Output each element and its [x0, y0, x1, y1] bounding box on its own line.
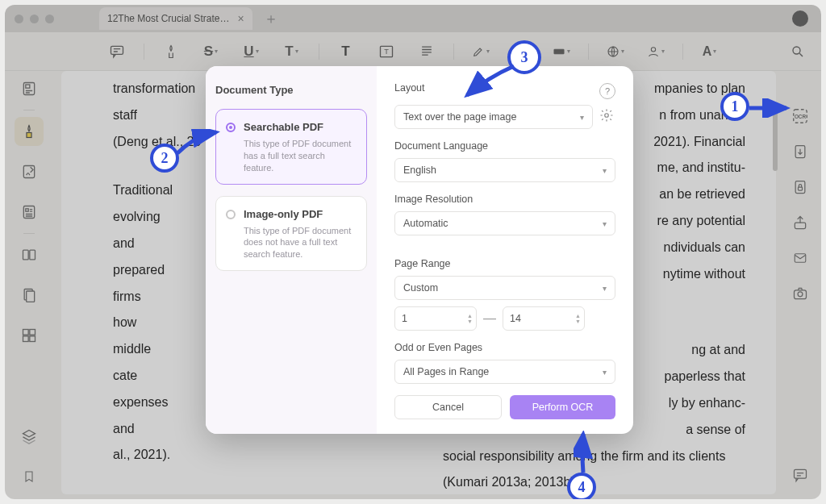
radio-icon	[226, 123, 236, 132]
cancel-button[interactable]: Cancel	[394, 395, 502, 419]
layout-select[interactable]: Text over the page image	[394, 105, 593, 129]
resolution-select[interactable]: Automatic	[394, 211, 615, 235]
page-from-input[interactable]: 1▲▼	[394, 306, 477, 331]
option-image-only-pdf[interactable]: Image-only PDF This type of PDF document…	[215, 196, 367, 272]
range-dash: —	[483, 311, 496, 326]
resolution-label: Image Resolution	[394, 194, 615, 205]
doc-type-label: Document Type	[215, 84, 367, 96]
option-desc: This type of PDF document has a full tex…	[244, 138, 357, 174]
ocr-dialog: Document Type Searchable PDF This type o…	[206, 66, 633, 434]
odd-even-label: Odd or Even Pages	[394, 342, 615, 353]
language-select[interactable]: English	[394, 158, 615, 182]
option-title: Searchable PDF	[244, 121, 357, 133]
app-window: 12The Most Crucial Strate… × ＋ S U T T T…	[5, 5, 821, 499]
radio-icon	[226, 210, 236, 219]
page-to-input[interactable]: 14▲▼	[503, 306, 585, 331]
svg-point-31	[605, 114, 609, 118]
perform-ocr-button[interactable]: Perform OCR	[510, 395, 615, 419]
language-label: Document Language	[394, 140, 615, 152]
help-icon[interactable]: ?	[599, 83, 615, 99]
page-range-label: Page Range	[394, 258, 615, 269]
dialog-right-pane: Layout ? Text over the page image Docume…	[377, 66, 633, 434]
gear-icon[interactable]	[599, 108, 615, 126]
dialog-left-pane: Document Type Searchable PDF This type o…	[206, 66, 377, 434]
option-desc: This type of PDF document does not have …	[244, 225, 357, 261]
page-range-select[interactable]: Custom	[394, 276, 615, 300]
option-searchable-pdf[interactable]: Searchable PDF This type of PDF document…	[215, 109, 367, 185]
odd-even-select[interactable]: All Pages in Range	[394, 360, 615, 384]
option-title: Image-only PDF	[244, 208, 357, 220]
layout-label: Layout	[394, 82, 425, 94]
